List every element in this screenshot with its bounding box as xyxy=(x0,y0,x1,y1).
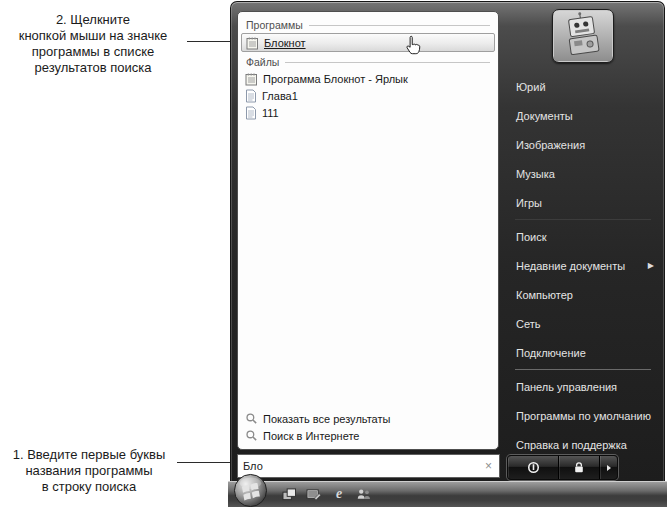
document-icon xyxy=(245,89,257,103)
menu-item-computer[interactable]: Компьютер xyxy=(503,280,663,309)
magnifier-icon xyxy=(245,429,258,442)
messenger-icon[interactable] xyxy=(356,487,372,501)
switch-windows-icon[interactable] xyxy=(281,487,297,501)
menu-item-recent-documents[interactable]: Недавние документы ▶ xyxy=(503,251,663,280)
menu-item-network[interactable]: Сеть xyxy=(503,309,663,338)
group-header-rule xyxy=(285,62,490,63)
menu-item-label: Документы xyxy=(516,110,573,122)
menu-item-label: Сеть xyxy=(516,318,540,330)
menu-item-label: Подключение xyxy=(516,347,586,359)
internet-explorer-icon[interactable]: e xyxy=(331,487,347,501)
user-avatar[interactable] xyxy=(552,9,614,63)
result-item-glava1[interactable]: Глава1 xyxy=(238,87,498,104)
document-icon xyxy=(245,106,257,120)
menu-item-default-programs[interactable]: Программы по умолчанию xyxy=(503,401,663,430)
result-item-label: 111 xyxy=(262,107,279,119)
start-menu-right-panel: Юрий Документы Изображения Музыка Игры П… xyxy=(503,5,663,459)
start-menu-screenshot: Программы Блокнот Файлы xyxy=(228,0,667,507)
menu-item-label: Игры xyxy=(516,197,542,209)
shutdown-options-button[interactable] xyxy=(600,456,617,479)
result-item-notepad-shortcut[interactable]: Программа Блокнот - Ярлык xyxy=(238,70,498,87)
files-group-label: Файлы xyxy=(246,56,279,68)
result-item-label: Программа Блокнот - Ярлык xyxy=(263,73,408,85)
start-menu: Программы Блокнот Файлы xyxy=(230,1,665,481)
hand-cursor-icon xyxy=(403,35,421,55)
link-label: Показать все результаты xyxy=(263,413,390,425)
menu-item-label: Юрий xyxy=(516,81,546,93)
annotation-line: кнопкой мыши на значке xyxy=(0,28,186,44)
menu-item-user[interactable]: Юрий xyxy=(503,72,663,101)
padlock-icon xyxy=(573,461,585,474)
menu-separator xyxy=(515,369,651,370)
programs-group-header: Программы xyxy=(238,16,498,33)
result-item-label: Глава1 xyxy=(262,90,298,102)
menu-item-label: Поиск xyxy=(516,231,546,243)
lock-button[interactable] xyxy=(559,456,600,479)
menu-item-documents[interactable]: Документы xyxy=(503,101,663,130)
magnifier-icon xyxy=(245,412,258,425)
result-item-notepad[interactable]: Блокнот xyxy=(241,33,495,52)
submenu-arrow-icon: ▶ xyxy=(648,261,654,270)
programs-group-label: Программы xyxy=(246,19,303,31)
power-button[interactable] xyxy=(508,456,559,479)
menu-item-music[interactable]: Музыка xyxy=(503,159,663,188)
menu-item-label: Музыка xyxy=(516,168,555,180)
quick-launch-bar: e xyxy=(281,487,372,501)
menu-item-label: Компьютер xyxy=(516,289,573,301)
robot-avatar-picture xyxy=(554,11,612,61)
start-button[interactable] xyxy=(233,473,268,507)
page: 2. Щелкните кнопкой мыши на значке прогр… xyxy=(0,0,667,507)
menu-item-label: Изображения xyxy=(516,139,585,151)
annotation-line: результатов поиска xyxy=(0,60,186,76)
result-item-111[interactable]: 111 xyxy=(238,104,498,121)
search-results-panel: Программы Блокнот Файлы xyxy=(237,11,499,450)
annotation-line: в строку поиска xyxy=(0,479,178,495)
group-header-rule xyxy=(309,25,490,26)
notepad-icon xyxy=(245,72,258,86)
menu-item-games[interactable]: Игры xyxy=(503,188,663,217)
search-input[interactable] xyxy=(238,460,478,472)
annotation-step1-connector-line xyxy=(177,462,234,463)
result-item-label: Блокнот xyxy=(264,37,306,49)
power-button-group xyxy=(507,455,618,480)
files-group-header: Файлы xyxy=(238,53,498,70)
annotation-line: программы в списке xyxy=(0,44,186,60)
menu-item-connect[interactable]: Подключение xyxy=(503,338,663,367)
menu-separator xyxy=(515,219,651,220)
results-empty-space xyxy=(238,121,498,410)
show-desktop-icon[interactable] xyxy=(306,487,322,501)
show-all-results-link[interactable]: Показать все результаты xyxy=(238,410,498,427)
annotation-step1: 1. Введите первые буквы названия програм… xyxy=(0,447,178,495)
menu-item-label: Недавние документы xyxy=(516,260,625,272)
annotation-line: 1. Введите первые буквы xyxy=(0,447,178,463)
power-icon xyxy=(527,461,540,474)
menu-item-search[interactable]: Поиск xyxy=(503,222,663,251)
right-arrow-icon xyxy=(605,464,613,472)
link-label: Поиск в Интернете xyxy=(263,430,359,442)
menu-item-label: Панель управления xyxy=(516,381,617,393)
annotation-line: 2. Щелкните xyxy=(0,12,186,28)
menu-item-label: Справка и поддержка xyxy=(516,439,627,451)
notepad-icon xyxy=(246,36,259,50)
menu-item-control-panel[interactable]: Панель управления xyxy=(503,372,663,401)
annotation-line: названия программы xyxy=(0,463,178,479)
search-internet-link[interactable]: Поиск в Интернете xyxy=(238,427,498,444)
menu-item-pictures[interactable]: Изображения xyxy=(503,130,663,159)
clear-search-icon[interactable]: × xyxy=(478,460,499,472)
annotation-step2-connector-line xyxy=(187,41,234,42)
menu-item-label: Программы по умолчанию xyxy=(516,410,651,422)
annotation-step2: 2. Щелкните кнопкой мыши на значке прогр… xyxy=(0,12,186,76)
search-box: × xyxy=(237,454,500,478)
